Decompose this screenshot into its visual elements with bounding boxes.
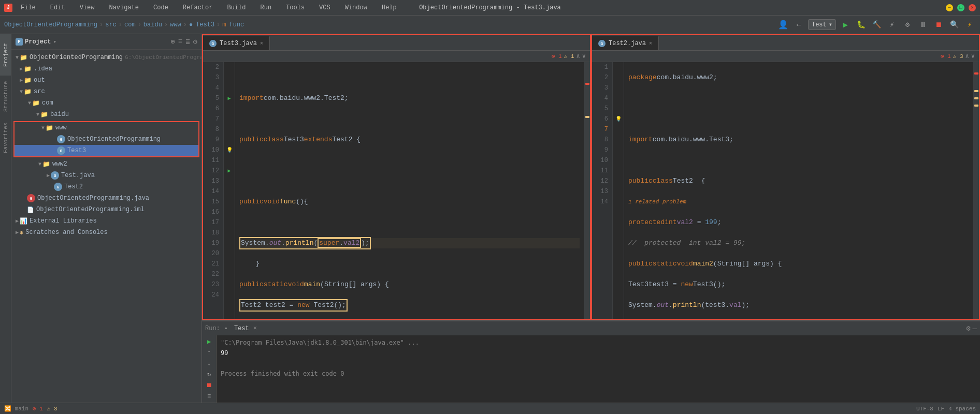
tree-www2[interactable]: ▼ 📁 www2 <box>11 158 201 170</box>
e2-code-line-3 <box>628 114 969 124</box>
project-title-area: P Project ▾ <box>16 38 56 46</box>
project-tab-vertical[interactable]: Project <box>0 34 11 76</box>
bottom-rerun-btn[interactable]: ↻ <box>204 370 215 379</box>
favorites-tab-vertical[interactable]: Favorites <box>0 117 11 158</box>
run-tab-label[interactable]: Test <box>234 325 249 332</box>
status-git: 🔀 main <box>4 405 28 412</box>
breadcrumb-www[interactable]: www <box>170 21 181 28</box>
run-config-selector[interactable]: Test ▾ <box>808 19 836 30</box>
profile-button[interactable]: ⚡ <box>886 19 898 31</box>
tree-oop-class[interactable]: G ObjectOrientedProgramming <box>15 134 198 145</box>
debug-button[interactable]: 🐛 <box>855 19 867 31</box>
menu-view[interactable]: View <box>76 3 99 12</box>
run-button[interactable]: ▶ <box>839 19 852 31</box>
menu-vcs[interactable]: VCS <box>315 3 335 12</box>
g17 <box>224 217 235 228</box>
structure-tab-vertical[interactable]: Structure <box>0 76 11 117</box>
g5-run[interactable]: ▶ <box>224 93 235 103</box>
g10-warn[interactable]: 💡 <box>224 145 235 155</box>
tree-test2[interactable]: G Test2 <box>11 181 201 193</box>
editor2-expand-btn[interactable]: ∨ <box>971 52 975 60</box>
www-folder-icon: 📁 <box>46 124 53 132</box>
tree-oop-java[interactable]: G ObjectOrientedProgramming.java <box>11 193 201 204</box>
menu-code[interactable]: Code <box>149 3 172 12</box>
e2-ln-8: 8 <box>594 135 608 145</box>
pause-button[interactable]: ⏸ <box>917 19 929 31</box>
tree-out[interactable]: ▶ 📁 out <box>11 75 201 86</box>
breadcrumb-project[interactable]: ObjectOrientedProgramming <box>4 21 97 28</box>
editor1-file-header: ⊗ 1 ⚠ 1 ∧ ∨ <box>203 51 590 62</box>
bottom-minimize-icon[interactable]: — <box>973 324 977 333</box>
editor1-code[interactable]: 2 3 4 5 6 7 8 9 10 11 12 13 14 <box>203 62 584 319</box>
more-run-button[interactable]: ⚙ <box>901 19 914 31</box>
tree-iml[interactable]: 📄 ObjectOrientedProgramming.iml <box>11 204 201 215</box>
bottom-filter-btn[interactable]: ≡ <box>204 392 215 401</box>
close-button[interactable]: ✕ <box>969 4 976 11</box>
menu-build[interactable]: Build <box>223 3 250 12</box>
breadcrumb-test3[interactable]: Test3 <box>196 21 214 28</box>
menu-tools[interactable]: Tools <box>282 3 309 12</box>
bottom-run-toolbar: ▶ ↑ ↓ ↻ ⏹ ≡ <box>202 335 217 403</box>
bottom-up-btn[interactable]: ↑ <box>204 348 215 357</box>
editor2-code-content[interactable]: package com.baidu.www2; import com.baidu… <box>624 62 973 319</box>
menu-run[interactable]: Run <box>256 3 276 12</box>
menu-window[interactable]: Window <box>341 3 371 12</box>
run-config-label: Test <box>812 21 827 28</box>
tab1-close-icon[interactable]: × <box>260 41 263 47</box>
menu-help[interactable]: Help <box>378 3 401 12</box>
navigate-back-button[interactable]: ← <box>792 19 805 31</box>
bottom-settings-icon[interactable]: ⚙ <box>966 324 970 333</box>
editor1-expand-btn[interactable]: ∨ <box>582 52 586 60</box>
expand-all-button[interactable]: ≣ <box>185 37 190 46</box>
menu-refactor[interactable]: Refactor <box>179 3 217 12</box>
tree-www[interactable]: ▼ 📁 www <box>15 122 198 134</box>
e2-ln-13: 13 <box>594 186 608 197</box>
run-tab-close[interactable]: × <box>253 325 257 332</box>
stop-button[interactable]: ⏹ <box>932 19 945 31</box>
editor2-code[interactable]: 1 2 3 4 5 6 7 8 9 10 11 12 13 <box>592 62 973 319</box>
breadcrumb-func[interactable]: func <box>229 21 244 28</box>
editor2-tab-test2[interactable]: G Test2.java × <box>592 36 659 50</box>
tree-idea[interactable]: ▶ 📁 .idea <box>11 63 201 75</box>
account-button[interactable]: 👤 <box>777 19 789 31</box>
bottom-run-btn[interactable]: ▶ <box>204 337 215 346</box>
editor2-collapse-btn[interactable]: ∧ <box>965 52 969 60</box>
minimize-button[interactable]: — <box>946 4 953 11</box>
menu-navigate[interactable]: Navigate <box>105 3 143 12</box>
bottom-stop-btn[interactable]: ⏹ <box>204 381 215 390</box>
tree-ext-libs[interactable]: ▶ 📊 External Libraries <box>11 215 201 227</box>
search-button[interactable]: 🔍 <box>948 19 960 31</box>
locate-button[interactable]: ⊕ <box>170 37 175 46</box>
build-button[interactable]: 🔨 <box>870 19 883 31</box>
tab2-close-icon[interactable]: × <box>649 41 652 47</box>
settings-gear-icon[interactable]: ⚙ <box>193 37 197 46</box>
www2-chevron: ▼ <box>38 161 41 167</box>
g12-run[interactable]: ▶ <box>224 166 235 176</box>
project-dropdown-icon[interactable]: ▾ <box>53 38 56 45</box>
editor1-tab-test3[interactable]: G Test3.java × <box>203 36 270 50</box>
maximize-button[interactable]: □ <box>957 4 964 11</box>
editor1-collapse-btn[interactable]: ∧ <box>577 52 580 60</box>
tree-test3[interactable]: G Test3 <box>15 145 198 156</box>
e2-g2 <box>613 72 624 83</box>
tree-test-java[interactable]: ▶ G Test.java <box>11 170 201 181</box>
bottom-down-btn[interactable]: ↓ <box>204 359 215 368</box>
ln-22: 22 <box>205 269 219 279</box>
tree-src[interactable]: ▼ 📁 src <box>11 86 201 97</box>
www2-name: www2 <box>52 160 67 168</box>
e2-g6-lamp[interactable]: 💡 <box>613 114 624 124</box>
tree-root[interactable]: ▼ 📁 ObjectOrientedProgramming G:\ObjectO… <box>11 52 201 63</box>
notification-button[interactable]: ⚡ <box>963 19 976 31</box>
output-exit-line: Process finished with exit code 0 <box>221 368 976 379</box>
tree-scratches[interactable]: ▶ ✱ Scratches and Consoles <box>11 227 201 238</box>
tree-com[interactable]: ▼ 📁 com <box>11 97 201 109</box>
tree-baidu[interactable]: ▼ 📁 baidu <box>11 109 201 120</box>
menu-edit[interactable]: Edit <box>46 3 69 12</box>
editor1-code-content[interactable]: import com.baidu.www2.Test2; public clas… <box>235 62 584 319</box>
breadcrumb-baidu[interactable]: baidu <box>143 21 162 28</box>
output-result-line: 99 <box>221 348 976 358</box>
breadcrumb-com[interactable]: com <box>124 21 136 28</box>
collapse-all-button[interactable]: ≡ <box>178 37 182 46</box>
breadcrumb-src[interactable]: src <box>105 21 117 28</box>
menu-file[interactable]: File <box>17 3 40 12</box>
